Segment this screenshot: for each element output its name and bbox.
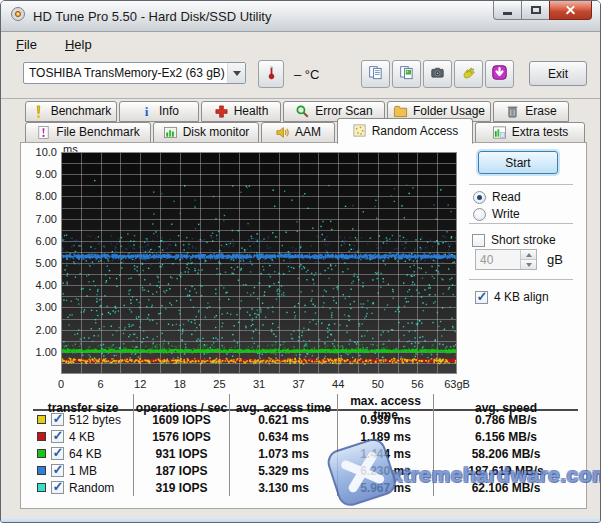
tab-benchmark[interactable]: Benchmark <box>25 101 117 122</box>
menubar: File Help <box>1 33 600 55</box>
tab-erase[interactable]: Erase <box>493 101 569 122</box>
tab-file-benchmark[interactable]: File Benchmark <box>25 122 151 143</box>
copy-text-button[interactable] <box>361 60 390 88</box>
tab-random-access[interactable]: Random Access <box>337 118 473 144</box>
bar-chart-icon <box>163 125 178 140</box>
x-tick-label: 63gB <box>444 378 470 390</box>
series-checkbox[interactable] <box>51 464 64 477</box>
tab-label: Disk monitor <box>183 125 250 139</box>
radio-icon <box>473 191 486 204</box>
divider <box>469 279 573 280</box>
menu-help[interactable]: Help <box>61 35 96 54</box>
minimize-icon <box>503 12 512 15</box>
tab-label: Info <box>159 104 179 118</box>
table-row: Random319 IOPS3.130 ms5.967 ms62.106 MB/… <box>33 479 578 496</box>
close-button[interactable] <box>549 1 592 20</box>
download-arrow-icon <box>492 65 507 84</box>
tab-row-1: BenchmarkiInfoHealthError ScanFolder Usa… <box>25 101 569 122</box>
download-button[interactable] <box>485 60 514 88</box>
random-access-chart <box>61 152 457 374</box>
start-button[interactable]: Start <box>478 151 558 174</box>
tab-disk-monitor[interactable]: Disk monitor <box>153 122 259 143</box>
tab-extra-tests[interactable]: Extra tests <box>475 122 585 143</box>
drive-select[interactable]: TOSHIBA TransMemory-Ex2 (63 gB) <box>23 62 246 84</box>
file-exclamation-icon <box>36 125 51 140</box>
tab-label: Error Scan <box>315 104 372 118</box>
calc-chart-icon <box>492 125 507 140</box>
operations-value: 1576 IOPS <box>133 428 229 445</box>
results-table-header: transfer sizeoperations / secavg. access… <box>33 394 578 411</box>
write-radio[interactable]: Write <box>473 207 520 221</box>
copy-image-button[interactable] <box>392 60 421 88</box>
copy-image-icon <box>399 65 414 84</box>
series-color-swatch <box>37 466 46 475</box>
exit-button[interactable]: Exit <box>529 61 587 86</box>
maximize-icon <box>531 6 541 14</box>
close-icon <box>564 4 577 17</box>
tab-row-2: File BenchmarkDisk monitorAAMRandom Acce… <box>25 122 585 143</box>
table-row: 512 bytes1609 IOPS0.621 ms0.939 ms0.786 … <box>33 411 578 428</box>
speaker-icon <box>275 125 290 140</box>
temperature-value: – °C <box>294 67 319 82</box>
stroke-unit-label: gB <box>547 252 563 267</box>
y-tick-label: 7.00 <box>21 213 57 225</box>
series-checkbox[interactable] <box>51 481 64 494</box>
random-access-panel: ms 10.09.008.007.006.005.004.003.002.001… <box>20 142 587 509</box>
divider <box>469 184 573 185</box>
tab-label: Health <box>234 104 269 118</box>
x-tick-label: 37 <box>292 378 304 390</box>
minimize-button[interactable] <box>493 1 522 20</box>
screenshot-button[interactable] <box>423 60 452 88</box>
series-checkbox[interactable] <box>51 413 64 426</box>
y-tick-label: 4.00 <box>21 279 57 291</box>
operations-value: 931 IOPS <box>133 445 229 462</box>
copy-text-icon <box>368 65 383 84</box>
series-checkbox[interactable] <box>51 430 64 443</box>
stepper-up-icon[interactable] <box>521 250 536 260</box>
tab-info[interactable]: iInfo <box>119 101 199 122</box>
save-results-button[interactable] <box>454 60 483 88</box>
table-row: 64 KB931 IOPS1.073 ms1.444 ms58.206 MB/s <box>33 445 578 462</box>
x-tick-label: 18 <box>174 378 186 390</box>
toolbar: TOSHIBA TransMemory-Ex2 (63 gB) – °C Exi… <box>1 55 600 99</box>
tab-label: Random Access <box>372 124 459 138</box>
avg-speed-value: 187.619 MB/s <box>433 462 578 479</box>
tab-health[interactable]: Health <box>201 101 281 122</box>
series-color-swatch <box>37 432 46 441</box>
read-label: Read <box>492 190 521 204</box>
avg-speed-value: 62.106 MB/s <box>433 479 578 496</box>
short-stroke-size-stepper[interactable] <box>475 249 537 270</box>
short-stroke-checkbox[interactable]: Short stroke <box>472 233 556 247</box>
operations-value: 1609 IOPS <box>133 411 229 428</box>
tab-label: Benchmark <box>51 104 112 118</box>
chevron-down-icon <box>227 63 245 83</box>
series-checkbox[interactable] <box>51 447 64 460</box>
y-tick-label: 3.00 <box>21 301 57 313</box>
y-tick-label: 8.00 <box>21 190 57 202</box>
hand-icon <box>461 65 476 84</box>
info-icon: i <box>139 104 154 119</box>
short-stroke-size-input[interactable] <box>476 250 520 269</box>
series-color-swatch <box>37 415 46 424</box>
temperature-button[interactable] <box>258 60 284 88</box>
menu-file[interactable]: File <box>12 35 41 54</box>
x-tick-label: 0 <box>58 378 64 390</box>
y-tick-label: 10.0 <box>21 146 57 158</box>
maximize-button[interactable] <box>521 1 550 20</box>
trash-icon <box>505 104 520 119</box>
stepper-down-icon[interactable] <box>521 260 536 269</box>
x-tick-label: 6 <box>98 378 104 390</box>
checkbox-icon <box>475 291 488 304</box>
avg-speed-value: 0.786 MB/s <box>433 411 578 428</box>
table-row: 1 MB187 IOPS5.329 ms6.230 ms187.619 MB/s <box>33 462 578 479</box>
titlebar[interactable]: HD Tune Pro 5.50 - Hard Disk/SSD Utility <box>1 1 600 32</box>
read-radio[interactable]: Read <box>473 190 521 204</box>
hd-tune-window: HD Tune Pro 5.50 - Hard Disk/SSD Utility… <box>0 0 601 523</box>
max-access-time-value: 1.444 ms <box>337 445 433 462</box>
tab-label: File Benchmark <box>56 125 139 139</box>
folder-icon <box>393 104 408 119</box>
kb-align-checkbox[interactable]: 4 KB align <box>475 290 549 304</box>
tab-aam[interactable]: AAM <box>261 122 335 143</box>
stepper-arrows[interactable] <box>520 250 536 269</box>
random-dots-icon <box>352 123 367 138</box>
